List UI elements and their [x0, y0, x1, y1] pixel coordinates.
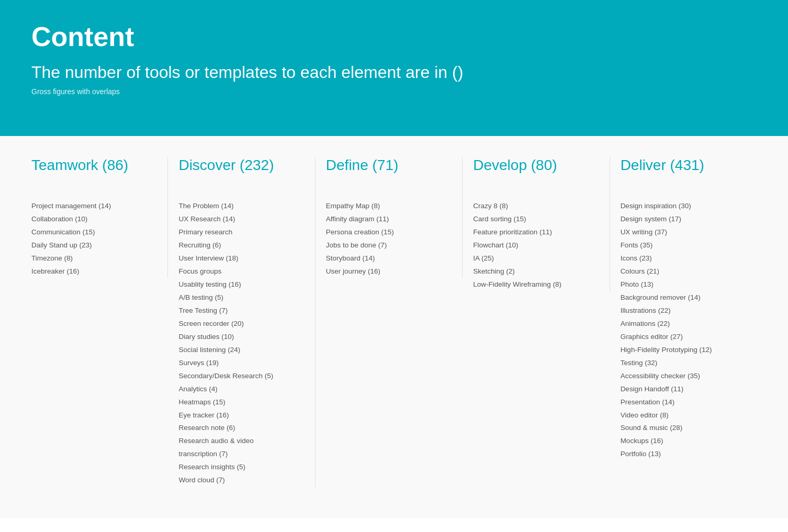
column-teamwork: Teamwork (86)Project management (14)Coll… [31, 157, 168, 278]
list-item: Surveys (19) [178, 357, 299, 370]
header-section: Content The number of tools or templates… [0, 0, 788, 136]
list-item: Mockups (16) [621, 435, 741, 448]
column-deliver: Deliver (431)Design inspiration (30)Desi… [610, 157, 757, 461]
list-item: Word cloud (7) [178, 474, 299, 487]
column-items-deliver: Design inspiration (30)Design system (17… [621, 200, 741, 461]
list-item: Design Handoff (11) [621, 383, 741, 396]
list-item: Analytics (4) [178, 383, 299, 396]
list-item: Colours (21) [621, 265, 741, 278]
column-header-define: Define (71) [326, 157, 446, 179]
list-item: Illustrations (22) [621, 304, 741, 318]
main-content: Teamwork (86)Project management (14)Coll… [0, 136, 788, 518]
list-item: Low-Fidelity Wireframing (8) [473, 278, 593, 291]
list-item: Secondary/Desk Research (5) [178, 370, 299, 383]
list-item: Design system (17) [621, 213, 741, 226]
column-items-discover: The Problem (14)UX Research (14)Primary … [178, 200, 299, 487]
list-item: Presentation (14) [621, 396, 741, 409]
header-note: Gross figures with overlaps [31, 87, 757, 96]
list-item: Collaboration (10) [31, 213, 152, 226]
list-item: Communication (15) [31, 226, 152, 239]
list-item: Jobs to be done (7) [326, 239, 446, 252]
page-title: Content [31, 21, 757, 52]
list-item: Fonts (35) [621, 239, 741, 252]
list-item: The Problem (14) [178, 200, 299, 213]
list-item: UX writing (37) [621, 226, 741, 239]
list-item: Accessibility checker (35) [621, 370, 741, 383]
list-item: Heatmaps (15) [178, 396, 299, 409]
list-item: Tree Testing (7) [178, 304, 299, 318]
list-item: Screen recorder (20) [178, 318, 299, 331]
list-item: Sound & music (28) [621, 422, 741, 435]
list-item: Primary research [178, 226, 299, 239]
list-item: Flowchart (10) [473, 239, 593, 252]
column-items-teamwork: Project management (14)Collaboration (10… [31, 200, 152, 278]
list-item: Research insights (5) [178, 461, 299, 474]
list-item: Diary studies (10) [178, 331, 299, 344]
column-header-teamwork: Teamwork (86) [31, 157, 152, 179]
list-item: Recruiting (6) [178, 239, 299, 252]
list-item: Sketching (2) [473, 265, 593, 278]
list-item: Persona creation (15) [326, 226, 446, 239]
list-item: User Interview (18) [178, 252, 299, 265]
list-item: High-Fidelity Prototyping (12) [621, 344, 741, 357]
list-item: Design inspiration (30) [621, 200, 741, 213]
list-item: Eye tracker (16) [178, 409, 299, 422]
list-item: IA (25) [473, 252, 593, 265]
list-item: Icebreaker (16) [31, 265, 152, 278]
list-item: Photo (13) [621, 278, 741, 291]
list-item: Graphics editor (27) [621, 331, 741, 344]
list-item: Usablity testing (16) [178, 278, 299, 291]
list-item: Daily Stand up (23) [31, 239, 152, 252]
column-define: Define (71)Empathy Map (8)Affinity diagr… [316, 157, 463, 278]
list-item: Empathy Map (8) [326, 200, 446, 213]
list-item: Feature prioritization (11) [473, 226, 593, 239]
list-item: transcription (7) [178, 448, 299, 461]
header-subtitle: The number of tools or templates to each… [31, 63, 757, 82]
column-discover: Discover (232)The Problem (14)UX Researc… [168, 157, 315, 487]
list-item: Portfolio (13) [621, 448, 741, 461]
list-item: Research audio & video [178, 435, 299, 448]
list-item: Research note (6) [178, 422, 299, 435]
column-header-deliver: Deliver (431) [621, 157, 741, 179]
list-item: Card sorting (15) [473, 213, 593, 226]
list-item: Testing (32) [621, 357, 741, 370]
list-item: Project management (14) [31, 200, 152, 213]
columns-container: Teamwork (86)Project management (14)Coll… [31, 157, 757, 487]
list-item: Icons (23) [621, 252, 741, 265]
list-item: Crazy 8 (8) [473, 200, 593, 213]
list-item: Animations (22) [621, 318, 741, 331]
column-header-develop: Develop (80) [473, 157, 593, 179]
column-items-define: Empathy Map (8)Affinity diagram (11)Pers… [326, 200, 446, 278]
list-item: Timezone (8) [31, 252, 152, 265]
list-item: Background remover (14) [621, 291, 741, 304]
list-item: UX Research (14) [178, 213, 299, 226]
column-header-discover: Discover (232) [178, 157, 299, 179]
list-item: A/B testing (5) [178, 291, 299, 304]
list-item: Social listening (24) [178, 344, 299, 357]
list-item: User journey (16) [326, 265, 446, 278]
column-items-develop: Crazy 8 (8)Card sorting (15)Feature prio… [473, 200, 593, 291]
list-item: Affinity diagram (11) [326, 213, 446, 226]
column-develop: Develop (80)Crazy 8 (8)Card sorting (15)… [463, 157, 610, 291]
list-item: Video editor (8) [621, 409, 741, 422]
list-item: Storyboard (14) [326, 252, 446, 265]
list-item: Focus groups [178, 265, 299, 278]
